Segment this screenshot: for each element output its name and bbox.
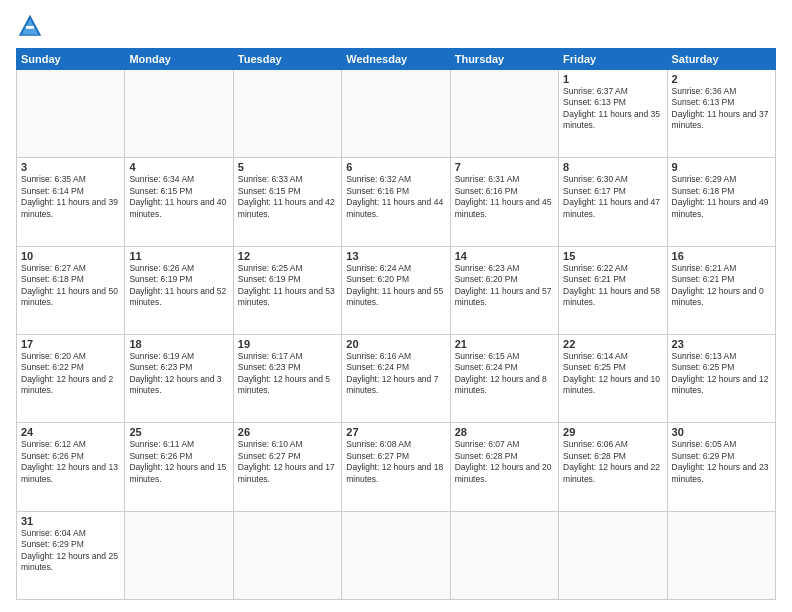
- col-header-wednesday: Wednesday: [342, 49, 450, 70]
- day-info: Sunrise: 6:33 AM Sunset: 6:15 PM Dayligh…: [238, 174, 335, 218]
- cell-1-1: 4Sunrise: 6:34 AM Sunset: 6:15 PM Daylig…: [125, 158, 233, 246]
- day-number: 16: [672, 250, 771, 262]
- cell-3-1: 18Sunrise: 6:19 AM Sunset: 6:23 PM Dayli…: [125, 334, 233, 422]
- day-number: 23: [672, 338, 771, 350]
- col-header-thursday: Thursday: [450, 49, 558, 70]
- week-row-0: 1Sunrise: 6:37 AM Sunset: 6:13 PM Daylig…: [17, 70, 776, 158]
- day-number: 2: [672, 73, 771, 85]
- day-number: 3: [21, 161, 120, 173]
- day-number: 28: [455, 426, 554, 438]
- day-info: Sunrise: 6:15 AM Sunset: 6:24 PM Dayligh…: [455, 351, 547, 395]
- day-number: 18: [129, 338, 228, 350]
- day-info: Sunrise: 6:32 AM Sunset: 6:16 PM Dayligh…: [346, 174, 443, 218]
- cell-0-4: [450, 70, 558, 158]
- day-number: 20: [346, 338, 445, 350]
- cell-4-1: 25Sunrise: 6:11 AM Sunset: 6:26 PM Dayli…: [125, 423, 233, 511]
- cell-2-3: 13Sunrise: 6:24 AM Sunset: 6:20 PM Dayli…: [342, 246, 450, 334]
- cell-2-2: 12Sunrise: 6:25 AM Sunset: 6:19 PM Dayli…: [233, 246, 341, 334]
- cell-1-5: 8Sunrise: 6:30 AM Sunset: 6:17 PM Daylig…: [559, 158, 667, 246]
- day-info: Sunrise: 6:27 AM Sunset: 6:18 PM Dayligh…: [21, 263, 118, 307]
- day-number: 7: [455, 161, 554, 173]
- week-row-2: 10Sunrise: 6:27 AM Sunset: 6:18 PM Dayli…: [17, 246, 776, 334]
- day-info: Sunrise: 6:07 AM Sunset: 6:28 PM Dayligh…: [455, 439, 552, 483]
- day-info: Sunrise: 6:17 AM Sunset: 6:23 PM Dayligh…: [238, 351, 330, 395]
- day-info: Sunrise: 6:13 AM Sunset: 6:25 PM Dayligh…: [672, 351, 769, 395]
- cell-0-0: [17, 70, 125, 158]
- cell-5-1: [125, 511, 233, 599]
- day-number: 11: [129, 250, 228, 262]
- cell-3-2: 19Sunrise: 6:17 AM Sunset: 6:23 PM Dayli…: [233, 334, 341, 422]
- calendar-header-row: SundayMondayTuesdayWednesdayThursdayFrid…: [17, 49, 776, 70]
- cell-1-3: 6Sunrise: 6:32 AM Sunset: 6:16 PM Daylig…: [342, 158, 450, 246]
- cell-3-6: 23Sunrise: 6:13 AM Sunset: 6:25 PM Dayli…: [667, 334, 775, 422]
- day-number: 25: [129, 426, 228, 438]
- day-number: 1: [563, 73, 662, 85]
- cell-0-5: 1Sunrise: 6:37 AM Sunset: 6:13 PM Daylig…: [559, 70, 667, 158]
- day-number: 12: [238, 250, 337, 262]
- day-info: Sunrise: 6:10 AM Sunset: 6:27 PM Dayligh…: [238, 439, 335, 483]
- week-row-3: 17Sunrise: 6:20 AM Sunset: 6:22 PM Dayli…: [17, 334, 776, 422]
- day-info: Sunrise: 6:36 AM Sunset: 6:13 PM Dayligh…: [672, 86, 769, 130]
- cell-5-4: [450, 511, 558, 599]
- day-info: Sunrise: 6:05 AM Sunset: 6:29 PM Dayligh…: [672, 439, 769, 483]
- day-info: Sunrise: 6:06 AM Sunset: 6:28 PM Dayligh…: [563, 439, 660, 483]
- day-number: 19: [238, 338, 337, 350]
- cell-1-6: 9Sunrise: 6:29 AM Sunset: 6:18 PM Daylig…: [667, 158, 775, 246]
- day-info: Sunrise: 6:31 AM Sunset: 6:16 PM Dayligh…: [455, 174, 552, 218]
- cell-5-5: [559, 511, 667, 599]
- cell-0-6: 2Sunrise: 6:36 AM Sunset: 6:13 PM Daylig…: [667, 70, 775, 158]
- cell-4-3: 27Sunrise: 6:08 AM Sunset: 6:27 PM Dayli…: [342, 423, 450, 511]
- cell-2-0: 10Sunrise: 6:27 AM Sunset: 6:18 PM Dayli…: [17, 246, 125, 334]
- day-number: 30: [672, 426, 771, 438]
- cell-2-1: 11Sunrise: 6:26 AM Sunset: 6:19 PM Dayli…: [125, 246, 233, 334]
- day-info: Sunrise: 6:20 AM Sunset: 6:22 PM Dayligh…: [21, 351, 113, 395]
- cell-0-1: [125, 70, 233, 158]
- day-number: 17: [21, 338, 120, 350]
- day-info: Sunrise: 6:08 AM Sunset: 6:27 PM Dayligh…: [346, 439, 443, 483]
- cell-5-3: [342, 511, 450, 599]
- cell-0-3: [342, 70, 450, 158]
- day-info: Sunrise: 6:25 AM Sunset: 6:19 PM Dayligh…: [238, 263, 335, 307]
- svg-rect-2: [26, 26, 34, 29]
- col-header-tuesday: Tuesday: [233, 49, 341, 70]
- day-number: 9: [672, 161, 771, 173]
- cell-2-5: 15Sunrise: 6:22 AM Sunset: 6:21 PM Dayli…: [559, 246, 667, 334]
- day-info: Sunrise: 6:29 AM Sunset: 6:18 PM Dayligh…: [672, 174, 769, 218]
- day-number: 31: [21, 515, 120, 527]
- week-row-4: 24Sunrise: 6:12 AM Sunset: 6:26 PM Dayli…: [17, 423, 776, 511]
- calendar: SundayMondayTuesdayWednesdayThursdayFrid…: [16, 48, 776, 600]
- cell-4-6: 30Sunrise: 6:05 AM Sunset: 6:29 PM Dayli…: [667, 423, 775, 511]
- col-header-sunday: Sunday: [17, 49, 125, 70]
- day-number: 24: [21, 426, 120, 438]
- day-number: 26: [238, 426, 337, 438]
- cell-2-6: 16Sunrise: 6:21 AM Sunset: 6:21 PM Dayli…: [667, 246, 775, 334]
- day-info: Sunrise: 6:22 AM Sunset: 6:21 PM Dayligh…: [563, 263, 660, 307]
- cell-0-2: [233, 70, 341, 158]
- cell-1-2: 5Sunrise: 6:33 AM Sunset: 6:15 PM Daylig…: [233, 158, 341, 246]
- col-header-friday: Friday: [559, 49, 667, 70]
- day-number: 4: [129, 161, 228, 173]
- day-info: Sunrise: 6:23 AM Sunset: 6:20 PM Dayligh…: [455, 263, 552, 307]
- day-info: Sunrise: 6:26 AM Sunset: 6:19 PM Dayligh…: [129, 263, 226, 307]
- cell-1-4: 7Sunrise: 6:31 AM Sunset: 6:16 PM Daylig…: [450, 158, 558, 246]
- week-row-1: 3Sunrise: 6:35 AM Sunset: 6:14 PM Daylig…: [17, 158, 776, 246]
- header: [16, 12, 776, 40]
- cell-4-0: 24Sunrise: 6:12 AM Sunset: 6:26 PM Dayli…: [17, 423, 125, 511]
- day-info: Sunrise: 6:19 AM Sunset: 6:23 PM Dayligh…: [129, 351, 221, 395]
- day-number: 8: [563, 161, 662, 173]
- day-info: Sunrise: 6:12 AM Sunset: 6:26 PM Dayligh…: [21, 439, 118, 483]
- day-info: Sunrise: 6:14 AM Sunset: 6:25 PM Dayligh…: [563, 351, 660, 395]
- cell-5-6: [667, 511, 775, 599]
- day-number: 22: [563, 338, 662, 350]
- cell-4-5: 29Sunrise: 6:06 AM Sunset: 6:28 PM Dayli…: [559, 423, 667, 511]
- logo-icon: [16, 12, 44, 40]
- cell-5-0: 31Sunrise: 6:04 AM Sunset: 6:29 PM Dayli…: [17, 511, 125, 599]
- cell-3-5: 22Sunrise: 6:14 AM Sunset: 6:25 PM Dayli…: [559, 334, 667, 422]
- cell-5-2: [233, 511, 341, 599]
- day-info: Sunrise: 6:24 AM Sunset: 6:20 PM Dayligh…: [346, 263, 443, 307]
- cell-4-2: 26Sunrise: 6:10 AM Sunset: 6:27 PM Dayli…: [233, 423, 341, 511]
- cell-3-4: 21Sunrise: 6:15 AM Sunset: 6:24 PM Dayli…: [450, 334, 558, 422]
- page: SundayMondayTuesdayWednesdayThursdayFrid…: [0, 0, 792, 612]
- cell-1-0: 3Sunrise: 6:35 AM Sunset: 6:14 PM Daylig…: [17, 158, 125, 246]
- day-number: 10: [21, 250, 120, 262]
